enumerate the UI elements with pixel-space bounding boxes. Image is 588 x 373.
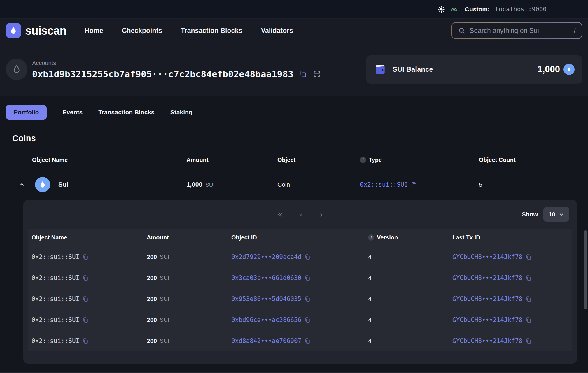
copy-type-button[interactable] bbox=[411, 181, 417, 188]
next-page-button[interactable]: › bbox=[320, 211, 323, 218]
last-tx-link[interactable]: GYCbUCH8•••214Jkf78 bbox=[452, 337, 522, 344]
object-name: 0x2::sui::SUI bbox=[32, 295, 79, 302]
page-scrollbar[interactable] bbox=[584, 230, 587, 309]
object-id-link[interactable]: 0xbd96ce•••ac286656 bbox=[231, 316, 301, 323]
object-id-link[interactable]: 0x953e86•••5d046035 bbox=[231, 295, 301, 302]
object-amount-unit: SUI bbox=[160, 275, 169, 281]
column-amount: Amount bbox=[186, 157, 277, 163]
copy-icon bbox=[304, 296, 311, 302]
copy-object-id-button[interactable] bbox=[304, 254, 311, 260]
object-amount: 200 bbox=[147, 253, 157, 260]
copy-icon bbox=[82, 317, 89, 323]
search-bar[interactable]: / bbox=[452, 22, 582, 39]
object-id-link[interactable]: 0x2d7929•••209aca4d bbox=[231, 253, 301, 260]
coin-summary-row[interactable]: Sui 1,000SUI Coin 0x2::sui::SUI 5 bbox=[12, 169, 582, 200]
sui-coin-icon bbox=[564, 64, 575, 75]
copy-last-tx-button[interactable] bbox=[525, 275, 532, 281]
qr-code-button[interactable] bbox=[313, 70, 321, 78]
last-tx-link[interactable]: GYCbUCH8•••214Jkf78 bbox=[452, 253, 522, 260]
copy-object-id-button[interactable] bbox=[304, 317, 311, 323]
copy-last-tx-button[interactable] bbox=[525, 317, 532, 323]
column-object-name: Object Name bbox=[12, 157, 186, 163]
tab-events[interactable]: Events bbox=[62, 105, 83, 120]
copy-name-button[interactable] bbox=[82, 338, 89, 344]
copy-icon bbox=[299, 70, 307, 78]
tab-transaction-blocks[interactable]: Transaction Blocks bbox=[98, 105, 155, 120]
object-name: 0x2::sui::SUI bbox=[32, 274, 79, 281]
suiscan-logo[interactable] bbox=[6, 23, 21, 38]
last-tx-link[interactable]: GYCbUCH8•••214Jkf78 bbox=[452, 274, 522, 281]
copy-icon bbox=[525, 296, 532, 302]
search-icon bbox=[458, 27, 466, 34]
pagination-bar: « ‹ › Show 10 bbox=[23, 200, 577, 229]
coin-object-kind: Coin bbox=[277, 181, 360, 188]
nav-item-home[interactable]: Home bbox=[85, 27, 103, 35]
column-amount: Amount bbox=[143, 234, 228, 241]
nav-item-validators[interactable]: Validators bbox=[261, 27, 293, 35]
object-version: 4 bbox=[365, 316, 449, 323]
copy-icon bbox=[304, 254, 311, 260]
topbar: Custom: localhost:9000 bbox=[0, 0, 588, 19]
brand-name[interactable]: suiscan bbox=[25, 24, 66, 37]
object-id-link[interactable]: 0x3ca03b•••661d0630 bbox=[231, 274, 301, 281]
account-tabs: Portfolio Events Transaction Blocks Stak… bbox=[0, 105, 588, 120]
info-icon[interactable]: i bbox=[360, 157, 366, 163]
object-name: 0x2::sui::SUI bbox=[32, 253, 79, 260]
account-address[interactable]: 0xb1d9b3215255cb7af905···c7c2bc84efb02e4… bbox=[32, 69, 293, 79]
copy-name-button[interactable] bbox=[82, 254, 89, 260]
table-row: 0x2::sui::SUI 200 SUI 0xd8a842•••ae70690… bbox=[28, 330, 572, 351]
qr-scan-icon bbox=[313, 70, 321, 78]
copy-object-id-button[interactable] bbox=[304, 275, 311, 281]
custom-network-value[interactable]: localhost:9000 bbox=[495, 6, 547, 13]
theme-sun-icon[interactable] bbox=[438, 6, 445, 13]
nav-item-transaction-blocks[interactable]: Transaction Blocks bbox=[181, 27, 242, 35]
objects-table-header: Object Name Amount Object ID i Version L… bbox=[28, 229, 572, 246]
network-status-icon[interactable] bbox=[450, 6, 458, 13]
column-last-tx-id: Last Tx ID bbox=[449, 234, 572, 241]
column-object-count: Object Count bbox=[479, 157, 582, 163]
copy-object-id-button[interactable] bbox=[304, 296, 311, 302]
copy-name-button[interactable] bbox=[82, 296, 89, 302]
copy-icon bbox=[304, 275, 311, 281]
chevron-up-icon bbox=[19, 181, 25, 188]
copy-name-button[interactable] bbox=[82, 317, 89, 323]
search-input[interactable] bbox=[470, 27, 570, 35]
object-id-link[interactable]: 0xd8a842•••ae706907 bbox=[231, 337, 301, 344]
last-tx-link[interactable]: GYCbUCH8•••214Jkf78 bbox=[452, 316, 522, 323]
page-size-select[interactable]: 10 bbox=[543, 207, 569, 222]
column-version: i Version bbox=[365, 234, 449, 241]
wallet-icon bbox=[374, 63, 387, 76]
collapse-row-button[interactable] bbox=[19, 181, 25, 188]
nav-item-checkpoints[interactable]: Checkpoints bbox=[122, 27, 162, 35]
copy-object-id-button[interactable] bbox=[304, 338, 311, 344]
copy-last-tx-button[interactable] bbox=[525, 254, 532, 260]
coin-name: Sui bbox=[58, 181, 68, 188]
object-version: 4 bbox=[365, 295, 449, 302]
object-amount-unit: SUI bbox=[160, 317, 169, 323]
copy-icon bbox=[525, 254, 532, 260]
sui-balance-card: SUI Balance 1,000 bbox=[366, 55, 582, 84]
custom-network-label: Custom: bbox=[465, 6, 490, 13]
last-tx-link[interactable]: GYCbUCH8•••214Jkf78 bbox=[452, 295, 522, 302]
account-avatar bbox=[6, 59, 27, 80]
sui-drop-icon bbox=[9, 26, 18, 35]
tab-portfolio[interactable]: Portfolio bbox=[6, 105, 47, 120]
tab-staking[interactable]: Staking bbox=[170, 105, 192, 120]
coin-objects-table: Object Name Amount Object ID i Version L… bbox=[28, 229, 572, 351]
object-name: 0x2::sui::SUI bbox=[32, 337, 79, 344]
coin-type-link[interactable]: 0x2::sui::SUI bbox=[360, 181, 408, 188]
copy-last-tx-button[interactable] bbox=[525, 296, 532, 302]
copy-last-tx-button[interactable] bbox=[525, 338, 532, 344]
coins-table-header: Object Name Amount Object i Type Object … bbox=[12, 151, 582, 169]
chevron-down-icon bbox=[559, 212, 564, 217]
object-amount: 200 bbox=[147, 316, 157, 323]
table-row: 0x2::sui::SUI 200 SUI 0x3ca03b•••661d063… bbox=[28, 267, 572, 288]
copy-icon bbox=[304, 338, 311, 344]
prev-page-button[interactable]: ‹ bbox=[300, 211, 303, 218]
copy-icon bbox=[525, 317, 532, 323]
column-object-name: Object Name bbox=[28, 234, 143, 241]
copy-name-button[interactable] bbox=[82, 275, 89, 281]
first-page-button[interactable]: « bbox=[277, 210, 283, 219]
info-icon[interactable]: i bbox=[368, 234, 374, 241]
copy-address-button[interactable] bbox=[299, 70, 307, 78]
